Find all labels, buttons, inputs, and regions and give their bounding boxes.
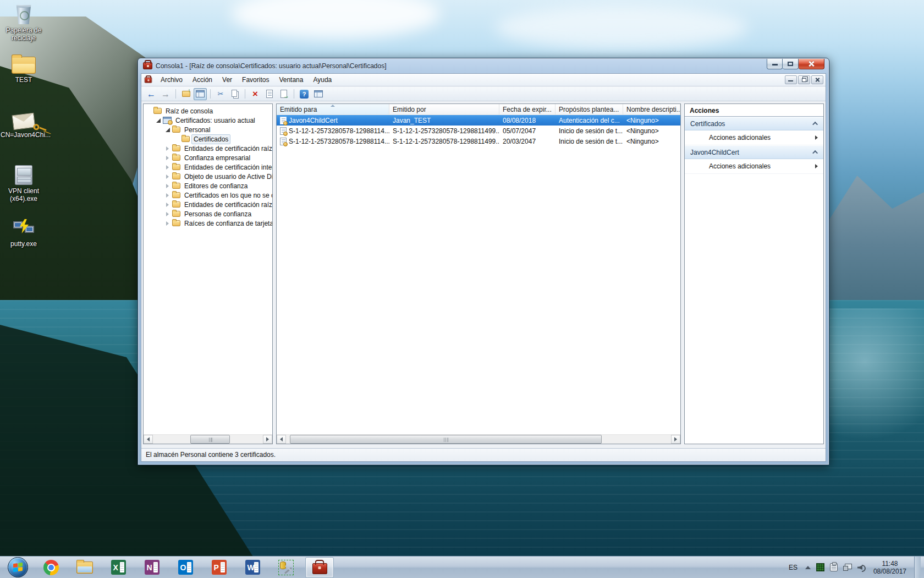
tree-item-editores-confianza[interactable]: Editores de confianza xyxy=(144,181,272,190)
network-icon[interactable] xyxy=(843,564,852,571)
taskbar-outlook[interactable] xyxy=(171,557,200,578)
menu-ver[interactable]: Ver xyxy=(218,74,237,85)
start-button[interactable] xyxy=(3,557,32,578)
column-header-nombre-descriptivo[interactable]: Nombre descripti... xyxy=(623,104,680,114)
scroll-track[interactable] xyxy=(153,435,263,444)
titlebar[interactable]: Consola1 - [Raíz de consola\Certificados… xyxy=(138,58,829,73)
desktop-icon-test-folder[interactable]: TEST xyxy=(0,57,47,84)
actions-item-acciones-adicionales-certificados[interactable]: Acciones adicionales xyxy=(685,130,823,145)
properties-button[interactable] xyxy=(263,88,276,100)
collapsed-icon[interactable] xyxy=(164,221,170,226)
taskbar-word[interactable] xyxy=(238,557,267,578)
collapsed-icon[interactable] xyxy=(164,156,170,160)
taskbar-chrome[interactable] xyxy=(37,557,65,578)
clock[interactable]: 11:48 08/08/2017 xyxy=(871,560,909,575)
table-row-cert-3[interactable]: S-1-12-1-2573280578-12988114... S-1-12-1… xyxy=(277,136,680,146)
tree-item-raiz-de-consola[interactable]: Raíz de consola xyxy=(144,106,272,116)
chevron-up-icon[interactable] xyxy=(812,150,818,156)
taskbar-onenote[interactable] xyxy=(138,557,166,578)
table-row-javon4childcert[interactable]: Javon4ChildCert Javan_TEST 08/08/2018 Au… xyxy=(277,115,680,126)
up-one-level-button[interactable] xyxy=(179,88,193,100)
tree-item-certificados[interactable]: Certificados xyxy=(144,134,272,144)
child-close-button[interactable] xyxy=(811,75,823,84)
child-minimize-button[interactable] xyxy=(785,75,797,84)
scroll-left-button[interactable] xyxy=(144,435,153,444)
menu-ventana[interactable]: Ventana xyxy=(274,74,307,85)
menu-favoritos[interactable]: Favoritos xyxy=(238,74,273,85)
menu-archivo[interactable]: Archivo xyxy=(156,74,187,85)
tree-item-entidades-intermedias[interactable]: Entidades de certificación intermedias xyxy=(144,162,272,172)
collapsed-icon[interactable] xyxy=(164,146,170,151)
scroll-right-button[interactable] xyxy=(263,435,272,444)
desktop-icon-putty[interactable]: putty.exe xyxy=(0,219,47,248)
scroll-thumb[interactable] xyxy=(190,435,230,444)
show-desktop-button[interactable] xyxy=(914,557,921,578)
tree-item-confianza-empresarial[interactable]: Confianza empresarial xyxy=(144,153,272,162)
tree-item-entidades-raiz-terceros[interactable]: Entidades de certificación raíz de terce… xyxy=(144,200,272,209)
tray-app-icon[interactable] xyxy=(816,563,824,571)
desktop-icon-vpn-client[interactable]: VPN client (x64).exe xyxy=(0,165,47,203)
tree-item-personal[interactable]: Personal xyxy=(144,125,272,134)
scroll-right-button[interactable] xyxy=(671,435,680,444)
cut-button[interactable]: ✂ xyxy=(214,88,227,100)
help-button[interactable]: ? xyxy=(298,88,311,100)
scroll-track[interactable] xyxy=(286,435,671,444)
tree-item-entidades-raiz-confianza[interactable]: Entidades de certificación raíz de confi… xyxy=(144,144,272,153)
column-header-fecha-expiracion[interactable]: Fecha de expir... xyxy=(499,104,556,114)
desktop-icon-recycle-bin[interactable]: Papelera de reciclaje xyxy=(0,4,47,42)
collapsed-icon[interactable] xyxy=(164,212,170,216)
scroll-thumb[interactable] xyxy=(290,435,602,444)
menu-ayuda[interactable]: Ayuda xyxy=(309,74,336,85)
language-indicator[interactable]: ES xyxy=(787,564,800,571)
tree-item-certificados-usuario-actual[interactable]: Certificados: usuario actual xyxy=(144,116,272,125)
actions-panel-title: Acciones xyxy=(685,104,823,117)
desktop-icon-certificate[interactable]: CN=Javon4Chi... xyxy=(0,114,47,139)
close-button[interactable] xyxy=(799,59,824,69)
column-header-emitido-para[interactable]: Emitido para xyxy=(277,104,389,114)
collapsed-icon[interactable] xyxy=(164,203,170,207)
back-button[interactable]: ← xyxy=(145,88,158,100)
expanded-icon[interactable] xyxy=(155,118,161,123)
child-restore-button[interactable] xyxy=(798,75,810,84)
column-header-propositos[interactable]: Propósitos plantea... xyxy=(556,104,623,114)
collapsed-icon[interactable] xyxy=(164,184,170,188)
list-horizontal-scrollbar[interactable] xyxy=(277,434,680,444)
submenu-arrow-icon xyxy=(815,135,818,140)
taskbar-powerpoint[interactable] xyxy=(205,557,233,578)
taskbar-admin-tool[interactable] xyxy=(272,557,300,578)
tree-item-certificados-no-confia[interactable]: Certificados en los que no se confía xyxy=(144,190,272,200)
tray-clipboard-icon[interactable] xyxy=(830,563,838,571)
tree-item-raices-tarjetas-inteligentes[interactable]: Raíces de confianza de tarjetas intelige… xyxy=(144,219,272,228)
collapsed-icon[interactable] xyxy=(164,175,170,179)
minimize-button[interactable] xyxy=(767,59,783,69)
maximize-button[interactable] xyxy=(783,59,799,69)
actions-section-certificados[interactable]: Certificados xyxy=(685,117,823,130)
copy-button[interactable] xyxy=(228,88,241,100)
taskbar-mmc-console[interactable] xyxy=(305,557,334,578)
taskbar-explorer[interactable] xyxy=(70,557,99,578)
table-row-cert-2[interactable]: S-1-12-1-2573280578-12988114... S-1-12-1… xyxy=(277,126,680,136)
show-hidden-icons-button[interactable] xyxy=(805,566,811,569)
forward-button[interactable]: → xyxy=(159,88,172,100)
volume-icon[interactable] xyxy=(857,564,866,571)
tree-item-personas-confianza[interactable]: Personas de confianza xyxy=(144,209,272,219)
delete-button[interactable]: × xyxy=(249,88,262,100)
actions-section-javon4childcert[interactable]: Javon4ChildCert xyxy=(685,145,823,159)
export-list-button[interactable] xyxy=(277,88,290,100)
actions-item-acciones-adicionales-javon4childcert[interactable]: Acciones adicionales xyxy=(685,159,823,174)
collapsed-icon[interactable] xyxy=(164,165,170,170)
taskbar: ES 11:48 08/08/2017 xyxy=(0,556,924,578)
column-header-emitido-por[interactable]: Emitido por xyxy=(389,104,499,114)
show-hide-action-pane-button[interactable] xyxy=(312,88,325,100)
tree-horizontal-scrollbar[interactable] xyxy=(144,434,272,444)
taskbar-excel[interactable] xyxy=(104,557,133,578)
folder-icon xyxy=(172,201,180,208)
menu-accion[interactable]: Acción xyxy=(188,74,217,85)
expanded-icon[interactable] xyxy=(164,128,170,132)
scroll-left-button[interactable] xyxy=(277,435,286,444)
help-icon: ? xyxy=(300,90,309,99)
chevron-up-icon[interactable] xyxy=(812,122,818,127)
show-hide-tree-button[interactable] xyxy=(194,88,207,100)
tree-item-objeto-active-directory[interactable]: Objeto de usuario de Active Directory xyxy=(144,172,272,181)
collapsed-icon[interactable] xyxy=(164,193,170,198)
